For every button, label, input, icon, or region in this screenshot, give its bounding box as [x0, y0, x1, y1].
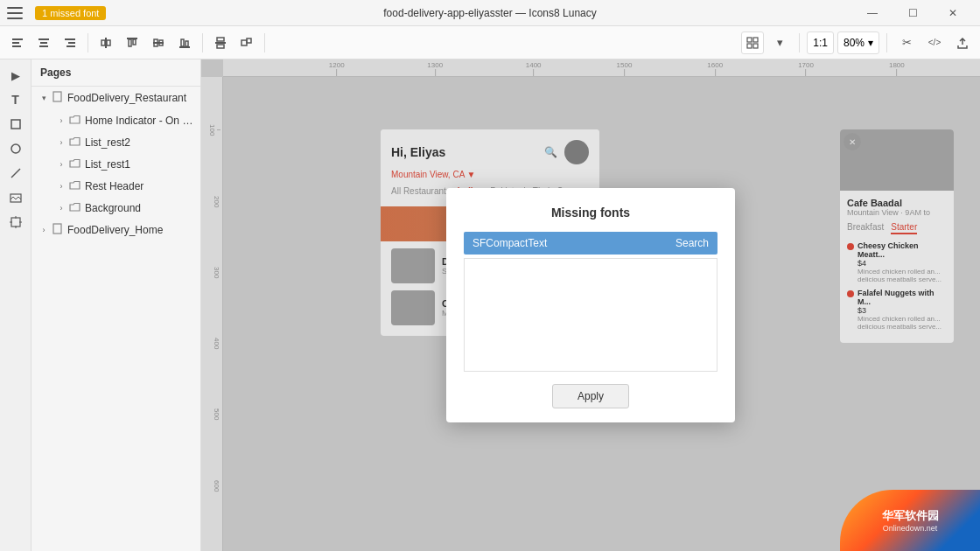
folder-icon — [69, 114, 80, 127]
menu-icon[interactable] — [7, 7, 23, 19]
chevron-right-icon-6: › — [38, 225, 49, 235]
svg-rect-6 — [65, 38, 75, 40]
align-bottom-button[interactable] — [172, 31, 197, 55]
svg-rect-30 — [11, 120, 20, 129]
folder-icon-5 — [69, 201, 80, 214]
sidebar-label-background: Background — [85, 202, 193, 214]
zoom-ratio-button[interactable]: 1:1 — [807, 31, 834, 54]
sidebar-label-rest-header: Rest Header — [85, 180, 193, 192]
close-button[interactable]: ✕ — [933, 0, 973, 26]
minimize-button[interactable]: — — [852, 0, 892, 26]
toolbar-separator-4 — [799, 33, 800, 52]
export-button[interactable] — [950, 31, 975, 55]
sidebar-item-food-delivery-restaurant[interactable]: ▾ FoodDelivery_Restaurant — [32, 87, 200, 109]
line-tool-button[interactable] — [5, 163, 26, 184]
grid-dropdown-button[interactable]: ▾ — [767, 31, 792, 55]
sidebar-label-food-delivery-home: FoodDelivery_Home — [67, 224, 193, 236]
apply-button[interactable]: Apply — [552, 384, 629, 408]
scale-button[interactable] — [234, 31, 259, 55]
main-toolbar: ▾ 1:1 80% ▾ ✂ </> — [0, 26, 980, 59]
dialog-overlay: Missing fonts SFCompactText Search Apply — [201, 59, 980, 551]
svg-rect-13 — [129, 39, 131, 46]
svg-rect-26 — [747, 38, 752, 42]
distribute-v-button[interactable] — [208, 31, 233, 55]
toolbar-separator-1 — [88, 33, 88, 52]
svg-rect-24 — [242, 40, 247, 45]
sidebar-label-list-rest1: List_rest1 — [85, 158, 193, 171]
svg-rect-39 — [53, 92, 61, 101]
folder-icon-3 — [69, 157, 80, 171]
svg-rect-7 — [68, 42, 75, 44]
grid-toggle-button[interactable] — [741, 31, 764, 54]
artboard-tool-button[interactable] — [5, 212, 26, 233]
align-center-button[interactable] — [32, 31, 56, 55]
watermark-content: 华军软件园 Onlinedown.net — [882, 508, 939, 533]
watermark-line1: 华军软件园 — [882, 508, 939, 524]
sidebar-item-home-indicator[interactable]: › Home Indicator - On Li... — [32, 109, 200, 131]
align-middle-button[interactable] — [146, 31, 171, 55]
search-font-button[interactable]: Search — [676, 237, 709, 249]
canvas-area[interactable]: 1200 1300 1400 1500 1600 — [201, 59, 980, 551]
svg-rect-15 — [153, 42, 164, 44]
sidebar-label-list-rest2: List_rest2 — [85, 136, 193, 149]
sidebar-item-list-rest2[interactable]: › List_rest2 — [32, 131, 200, 153]
image-tool-button[interactable] — [5, 187, 26, 208]
sidebar-item-food-delivery-home[interactable]: › FoodDelivery_Home — [32, 219, 200, 241]
select-tool-button[interactable]: ▶ — [5, 65, 26, 86]
chevron-right-icon-2: › — [56, 137, 66, 148]
warning-badge: 1 missed font — [35, 6, 106, 20]
sidebar-item-rest-header[interactable]: › Rest Header — [32, 175, 200, 197]
dialog-title: Missing fonts — [464, 206, 718, 220]
sidebar-item-background[interactable]: › Background — [32, 197, 200, 219]
svg-rect-0 — [12, 38, 23, 40]
text-tool-button[interactable]: T — [5, 89, 26, 110]
maximize-button[interactable]: ☐ — [892, 0, 933, 26]
toolbar-separator-2 — [202, 33, 203, 52]
sidebar-label-home-indicator: Home Indicator - On Li... — [85, 115, 193, 127]
svg-rect-11 — [107, 40, 110, 45]
svg-rect-29 — [753, 44, 758, 48]
svg-line-32 — [11, 169, 20, 178]
toolbar-separator-5 — [886, 33, 887, 52]
left-sidebar: ▶ T Pages — [0, 59, 201, 551]
page-icon — [52, 91, 63, 105]
chevron-right-icon: › — [56, 115, 66, 126]
pages-header: Pages — [32, 59, 200, 87]
zoom-percent-button[interactable]: 80% ▾ — [837, 31, 879, 54]
ellipse-tool-button[interactable] — [5, 138, 26, 159]
main-layout: ▶ T Pages — [0, 59, 980, 551]
svg-rect-5 — [39, 45, 48, 47]
svg-rect-27 — [753, 38, 758, 42]
title-bar: 1 missed font food-delivery-app-eliyasst… — [0, 0, 980, 26]
sidebar-label-food-delivery-restaurant: FoodDelivery_Restaurant — [67, 92, 193, 104]
chevron-right-icon-4: › — [56, 181, 66, 192]
align-top-button[interactable] — [120, 31, 144, 55]
folder-icon-4 — [69, 179, 80, 192]
watermark-line2: Onlinedown.net — [883, 524, 938, 533]
svg-rect-25 — [247, 38, 251, 43]
svg-rect-21 — [215, 42, 226, 44]
font-row: SFCompactText Search — [464, 232, 718, 255]
align-left-button[interactable] — [5, 31, 30, 55]
chevron-right-icon-3: › — [56, 159, 66, 170]
tools-panel: ▶ T — [0, 59, 32, 551]
svg-rect-19 — [181, 39, 184, 46]
svg-rect-20 — [186, 41, 188, 46]
font-name-label: SFCompactText — [472, 237, 547, 249]
cut-icon[interactable]: ✂ — [894, 31, 919, 55]
title-bar-title: food-delivery-app-eliyasster — Icons8 Lu… — [383, 7, 596, 19]
sidebar-item-list-rest1[interactable]: › List_rest1 — [32, 153, 200, 175]
page-icon-2 — [52, 223, 63, 237]
distribute-h-button[interactable] — [94, 31, 118, 55]
folder-icon-2 — [69, 136, 80, 149]
svg-rect-8 — [66, 45, 75, 47]
rect-tool-button[interactable] — [5, 114, 26, 135]
font-list-area — [464, 258, 718, 372]
zoom-percent-label: 80% — [844, 37, 864, 49]
missing-fonts-dialog: Missing fonts SFCompactText Search Apply — [446, 188, 735, 422]
svg-rect-10 — [102, 40, 105, 45]
code-icon[interactable]: </> — [922, 31, 947, 55]
svg-rect-2 — [12, 45, 21, 47]
align-right-button[interactable] — [58, 31, 82, 55]
svg-rect-1 — [12, 42, 19, 44]
